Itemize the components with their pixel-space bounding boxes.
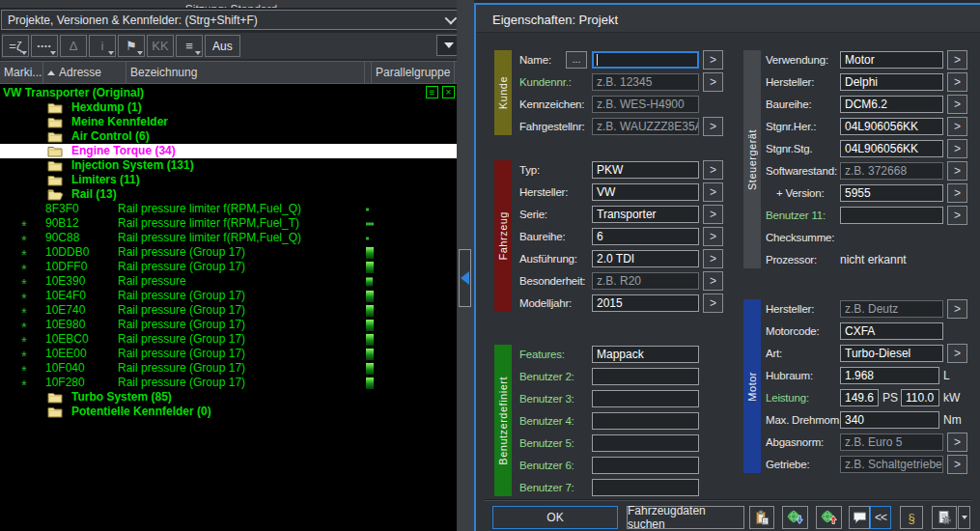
comment-button[interactable] [849, 506, 870, 529]
tree-folder-limiters[interactable]: Limiters (11) [0, 173, 457, 187]
sg-hersteller-expand-button[interactable]: > [947, 72, 967, 92]
tree-item-10e390[interactable]: *10E390Rail pressure [0, 274, 457, 289]
fahrgestellnr-input[interactable]: z.B. WAUZZZ8E35A235 [592, 118, 699, 135]
column-header-bezeichnung[interactable]: Bezeichnung [126, 62, 365, 83]
tree-item-10ee00[interactable]: *10EE00Rail pressure (Group 17) [0, 347, 457, 361]
typ-expand-button[interactable]: > [703, 160, 723, 180]
serie-expand-button[interactable]: > [703, 205, 723, 224]
kk-button[interactable]: KK [147, 35, 174, 57]
delta-button[interactable]: Δ [60, 35, 87, 57]
benutzer11-expand-button[interactable]: > [947, 206, 967, 225]
upload-online-data-button[interactable] [816, 506, 842, 529]
tree-folder-rail[interactable]: Rail (13) [0, 187, 457, 202]
tree-item-90b12[interactable]: *90B12Rail pressure limiter f(RPM,Fuel_T… [0, 216, 457, 231]
softwarestand-expand-button[interactable]: > [947, 161, 967, 181]
tree-item-10ebc0[interactable]: *10EBC0Rail pressure (Group 17) [0, 332, 457, 347]
paste-button[interactable] [749, 506, 774, 529]
dots-button[interactable]: •••• [31, 35, 58, 57]
tree-item-10dff0[interactable]: *10DFF0Rail pressure (Group 17) [0, 260, 457, 274]
tree-folder-turbo-system[interactable]: Turbo System (85) [0, 390, 457, 405]
serie-input[interactable]: Transporter [592, 206, 699, 223]
mo-hersteller-input[interactable]: z.B. Deutz [840, 300, 943, 318]
view-selector[interactable]: Projekte, Versionen & Kennfelder: (Strg+… [1, 10, 461, 30]
features-input[interactable]: Mappack [592, 346, 699, 363]
fz-hersteller-expand-button[interactable]: > [703, 182, 723, 202]
tree-item-90c88[interactable]: *90C88Rail pressure limiter f(RPM,Fuel_Q… [0, 231, 457, 245]
stgnr-her-expand-button[interactable]: > [947, 117, 967, 136]
sg-hersteller-input[interactable]: Delphi [840, 73, 943, 91]
tree-folder-hexdump[interactable]: Hexdump (1) [0, 100, 457, 115]
benutzer11-input[interactable] [840, 207, 943, 224]
modelljahr-input[interactable]: 2015 [592, 294, 699, 312]
splitter-handle[interactable] [459, 249, 471, 307]
legal-paragraph-button[interactable]: § [900, 506, 923, 529]
version-expand-button[interactable]: > [947, 183, 967, 203]
name-expand-button[interactable]: > [703, 50, 723, 70]
typ-input[interactable]: PKW [592, 161, 699, 179]
tree-folder-meine-kennfelder[interactable]: Meine Kennfelder [0, 115, 457, 129]
tree-item-8f3f0[interactable]: 8F3F0Rail pressure limiter f(RPM,Fuel_Q) [0, 202, 457, 216]
column-header-parallelgruppe[interactable]: Parallelgruppe [372, 62, 455, 83]
getriebe-expand-button[interactable]: > [947, 455, 967, 474]
verwendung-expand-button[interactable]: > [947, 50, 967, 70]
aus-button[interactable]: Aus [205, 35, 240, 57]
besonderheit-expand-button[interactable]: > [703, 271, 723, 291]
report-dropdown-button[interactable] [958, 506, 970, 529]
tree-item-10ddb0[interactable]: *10DDB0Rail pressure (Group 17) [0, 245, 457, 260]
ok-button[interactable]: OK [492, 506, 618, 529]
tree-item-10e740[interactable]: *10E740Rail pressure (Group 17) [0, 303, 457, 318]
art-expand-button[interactable]: > [947, 344, 967, 363]
column-header-marki[interactable]: Marki... [0, 62, 43, 83]
benutzer4-input[interactable] [592, 412, 699, 430]
besonderheit-input[interactable]: z.B. R20 [592, 272, 699, 290]
fz-baureihe-input[interactable]: 6 [592, 228, 699, 245]
lines-button[interactable]: ≡ [176, 35, 203, 57]
sg-baureihe-expand-button[interactable]: > [947, 95, 967, 114]
art-input[interactable]: Turbo-Diesel [840, 345, 943, 362]
fz-hersteller-input[interactable]: VW [592, 183, 699, 201]
column-header-spacer[interactable] [365, 62, 372, 83]
panel-splitter[interactable] [457, 0, 474, 531]
tree-details-button[interactable]: ≡ [426, 86, 438, 98]
tree-item-10e980[interactable]: *10E980Rail pressure (Group 17) [0, 318, 457, 332]
tree-folder-air-control[interactable]: Air Control (6) [0, 129, 457, 144]
tree-folder-engine-torque[interactable]: Engine Torque (34) [0, 144, 457, 158]
info-button[interactable]: i [89, 35, 116, 57]
softwarestand-input[interactable]: z.B. 372668 [840, 162, 943, 180]
tree-close-button[interactable]: × [442, 86, 455, 98]
collapse-dialog-button[interactable]: << [870, 506, 891, 529]
report-button[interactable] [932, 506, 957, 529]
search-vehicle-data-button[interactable]: Fahrzeugdaten suchen [627, 506, 744, 529]
name-input[interactable] [592, 51, 699, 69]
fahrgestellnr-expand-button[interactable]: > [703, 117, 723, 136]
version-input[interactable]: 5955 [840, 184, 943, 202]
tree-folder-potentielle-kennfelder[interactable]: Potentielle Kennfelder (0) [0, 405, 457, 419]
modelljahr-expand-button[interactable]: > [703, 293, 723, 313]
flag-button[interactable]: ⚑ [118, 35, 145, 57]
sg-baureihe-input[interactable]: DCM6.2 [840, 96, 943, 113]
fz-baureihe-expand-button[interactable]: > [703, 227, 723, 246]
kennzeichen-input[interactable]: z.B. WES-H4900 [592, 96, 699, 113]
name-more-button[interactable]: ... [566, 51, 587, 69]
mo-hersteller-expand-button[interactable]: > [947, 299, 967, 319]
tree-item-10f040[interactable]: *10F040Rail pressure (Group 17) [0, 361, 457, 376]
verwendung-input[interactable]: Motor [840, 51, 943, 69]
motorcode-input[interactable]: CXFA [840, 322, 943, 340]
benutzer2-input[interactable] [592, 368, 699, 385]
benutzer5-input[interactable] [592, 434, 699, 452]
tree-folder-injection-system[interactable]: Injection System (131) [0, 158, 457, 173]
getriebe-input[interactable]: z.B. Schaltgetriebe [840, 456, 943, 473]
stgnr-stg-expand-button[interactable]: > [947, 139, 967, 158]
kundennr-input[interactable]: z.B. 12345 [592, 73, 699, 91]
abgasnorm-input[interactable]: z.B. Euro 5 [840, 433, 943, 451]
benutzer3-input[interactable] [592, 390, 699, 407]
benutzer6-input[interactable] [592, 457, 699, 474]
stgnr-her-input[interactable]: 04L906056KK [840, 118, 943, 135]
compare-button[interactable]: =ζ [2, 35, 29, 57]
abgasnorm-expand-button[interactable]: > [947, 433, 967, 452]
tree-root-vw-transporter[interactable]: VW Transporter (Original)≡× [0, 86, 457, 100]
hubraum-input[interactable]: 1.968 [840, 367, 939, 384]
kundennr-expand-button[interactable]: > [703, 72, 723, 92]
ausfuehrung-expand-button[interactable]: > [703, 249, 723, 268]
max-drehmom-input[interactable]: 340 [840, 411, 939, 429]
